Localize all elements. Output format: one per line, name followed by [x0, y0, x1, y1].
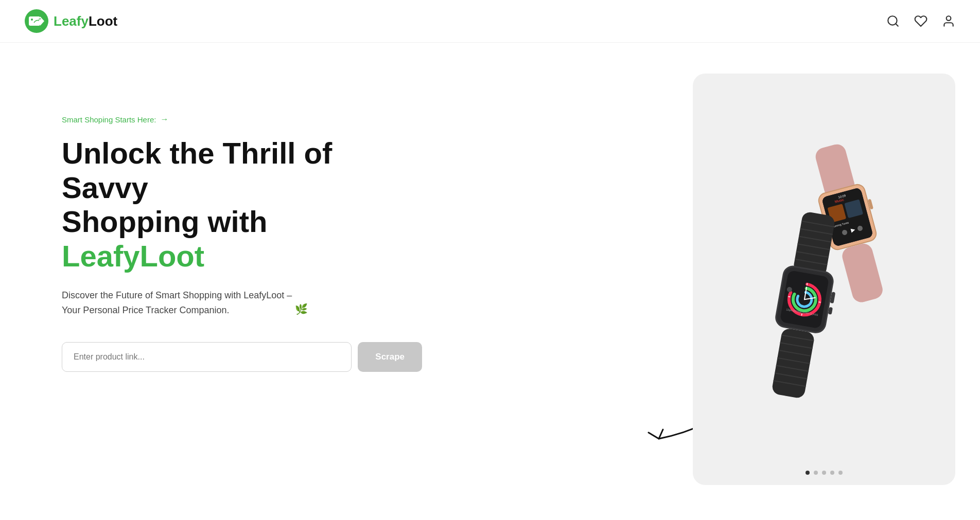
- tagline-arrow: →: [160, 115, 168, 124]
- logo[interactable]: LeafyLoot: [25, 9, 117, 33]
- header: LeafyLoot: [0, 0, 980, 43]
- carousel-dot-2[interactable]: [814, 471, 818, 475]
- carousel-dot-1[interactable]: [806, 471, 810, 475]
- main-content: Smart Shoping Starts Here: → Unlock the …: [0, 43, 980, 516]
- hero-heading: Unlock the Thrill of Savvy Shopping with…: [62, 136, 412, 274]
- svg-line-40: [788, 297, 790, 297]
- header-icons: [886, 14, 955, 28]
- right-section: Music Running Tunes 10:09: [484, 74, 955, 495]
- svg-point-3: [31, 19, 33, 21]
- svg-line-41: [818, 302, 820, 302]
- tagline: Smart Shoping Starts Here: →: [62, 115, 453, 124]
- logo-icon: [25, 9, 48, 33]
- left-section: Smart Shoping Starts Here: → Unlock the …: [62, 74, 484, 372]
- svg-rect-21: [840, 242, 884, 304]
- svg-line-5: [896, 24, 898, 26]
- svg-line-38: [807, 283, 808, 285]
- svg-point-6: [947, 16, 951, 21]
- user-icon[interactable]: [942, 14, 955, 28]
- search-icon[interactable]: [886, 14, 900, 28]
- svg-line-39: [801, 314, 802, 316]
- product-link-input[interactable]: [62, 342, 352, 372]
- carousel-dot-3[interactable]: [822, 471, 826, 475]
- logo-text: LeafyLoot: [54, 13, 117, 29]
- carousel-dot-5[interactable]: [838, 471, 843, 475]
- heart-icon[interactable]: [914, 14, 927, 28]
- product-showcase: Music Running Tunes 10:09: [693, 74, 955, 485]
- carousel-dot-4[interactable]: [830, 471, 834, 475]
- leaf-emoji: 🌿: [295, 301, 308, 317]
- tagline-text: Smart Shoping Starts Here:: [62, 115, 156, 124]
- input-row: Scrape: [62, 342, 422, 372]
- scrape-button[interactable]: Scrape: [358, 342, 422, 372]
- svg-rect-1: [29, 16, 40, 26]
- hero-subtext: Discover the Future of Smart Shopping wi…: [62, 288, 381, 318]
- watches-illustration: Music Running Tunes 10:09: [711, 110, 937, 449]
- carousel-dots: [806, 471, 843, 475]
